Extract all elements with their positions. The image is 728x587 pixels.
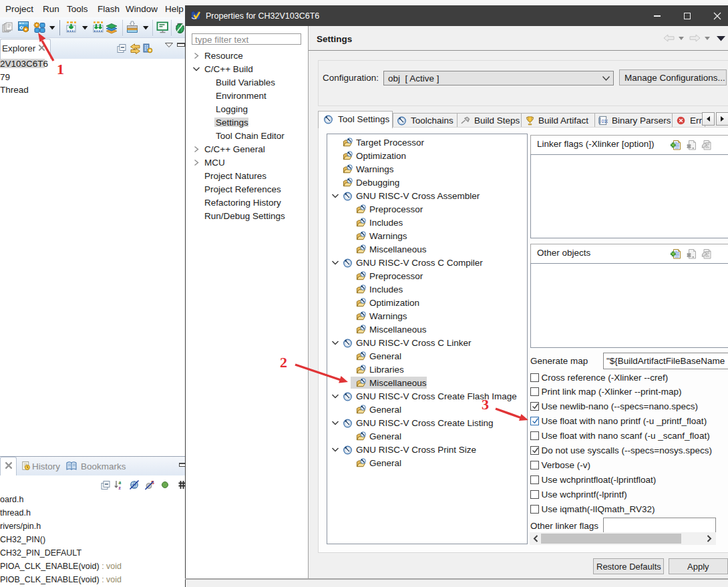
svg-text:3: 3 [482, 396, 489, 413]
svg-text:2: 2 [280, 354, 287, 371]
